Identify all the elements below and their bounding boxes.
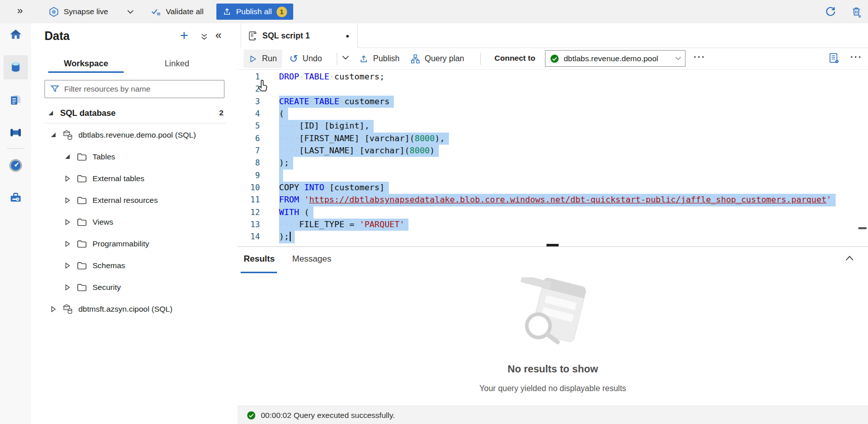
rail-item-develop[interactable] [4, 88, 28, 112]
publish-button[interactable]: Publish [359, 50, 399, 68]
expand-all-icon[interactable] [200, 33, 208, 41]
tree-node[interactable]: Tables [31, 146, 238, 167]
collapse-panel-button[interactable]: « [215, 29, 221, 42]
mode-selector[interactable]: Synapse live [49, 0, 134, 23]
publish-icon [222, 7, 232, 16]
line-number[interactable]: 1 [238, 71, 260, 83]
code-line[interactable]: 14); [238, 231, 868, 243]
code-line[interactable]: 4( [238, 108, 868, 120]
code-line[interactable]: 6····[FIRST_NAME]·[varchar](8000), [238, 133, 868, 145]
code-line[interactable]: 11FROM·'https://dbtlabsynapsedatalake.bl… [238, 194, 868, 206]
line-number[interactable]: 14 [238, 231, 260, 243]
folder-icon [76, 173, 87, 184]
top-command-bar: » Synapse live Validate all Publish all … [0, 0, 868, 24]
sql-editor-region: SQL script 1 ● Run ↺ Undo [238, 23, 868, 424]
rail-item-manage[interactable] [4, 186, 28, 210]
discard-all-icon[interactable] [850, 5, 863, 18]
undo-label: Undo [303, 54, 322, 63]
tree-node[interactable]: Programmability [31, 233, 238, 255]
code-line[interactable]: 9 [238, 169, 868, 182]
publish-count-badge: 1 [277, 7, 287, 17]
tree-node[interactable]: External resources [31, 189, 238, 211]
tree-node-label: Views [93, 218, 113, 227]
tree-node[interactable]: Views [31, 211, 238, 233]
toolbar-overflow-button[interactable]: ··· [694, 52, 706, 63]
validate-all-button[interactable]: Validate all [151, 0, 204, 23]
tree-node-label: Schemas [93, 261, 125, 270]
chevron-down-icon[interactable] [127, 10, 134, 14]
line-number[interactable]: 7 [238, 145, 260, 157]
tree-node[interactable]: External tables [31, 167, 238, 189]
code-line[interactable]: 5····[ID]·[bigint], [238, 120, 868, 132]
code-line[interactable]: 8); [238, 157, 868, 169]
query-plan-label: Query plan [425, 54, 464, 63]
expanded-twisty-icon[interactable] [48, 110, 57, 116]
code-line[interactable]: 2 [238, 83, 868, 95]
refresh-icon[interactable] [824, 5, 837, 18]
line-number[interactable]: 10 [238, 182, 260, 194]
tab-workspace[interactable]: Workspace [48, 55, 124, 73]
code-line[interactable]: 7····[LAST_NAME]·[varchar](8000) [238, 145, 868, 157]
overview-ruler-marker [858, 227, 866, 229]
code-line[interactable]: 13····FILE_TYPE·=·'PARQUET' [238, 219, 868, 231]
mouse-cursor [258, 79, 269, 92]
tree-node[interactable]: dbtmsft.azsyn.cipool (SQL) [31, 298, 238, 320]
tab-results[interactable]: Results [244, 254, 275, 264]
folder-icon [76, 282, 87, 293]
rail-item-data[interactable] [4, 55, 28, 79]
run-button[interactable]: Run [244, 50, 282, 68]
collapse-results-icon[interactable] [845, 256, 854, 261]
connect-to-dropdown[interactable]: dbtlabs.revenue.demo.pool [545, 50, 686, 67]
tab-linked[interactable]: Linked [142, 55, 212, 73]
tab-sql-script-1[interactable]: SQL script 1 ● [241, 23, 358, 48]
line-number[interactable]: 9 [238, 169, 260, 182]
run-icon [249, 55, 257, 63]
line-number[interactable]: 3 [238, 96, 260, 108]
line-number[interactable]: 8 [238, 157, 260, 169]
folder-icon [76, 195, 87, 206]
add-resource-button[interactable]: + [180, 28, 188, 43]
integrate-icon [9, 126, 23, 139]
tab-messages[interactable]: Messages [292, 254, 331, 264]
undo-button[interactable]: ↺ Undo [289, 50, 322, 68]
publish-icon [359, 54, 369, 64]
validate-all-label: Validate all [166, 7, 204, 16]
line-number[interactable]: 6 [238, 133, 260, 145]
folder-icon [76, 260, 87, 271]
expand-rail-icon[interactable]: » [17, 5, 23, 16]
no-results-illustration [507, 277, 598, 358]
line-number[interactable]: 2 [238, 83, 260, 95]
line-number[interactable]: 13 [238, 219, 260, 231]
sql-pool-icon [62, 130, 73, 141]
rail-item-home[interactable] [4, 23, 28, 47]
editor-toolbar: Run ↺ Undo Publish Query plan [238, 48, 868, 70]
code-editor[interactable]: 1DROP·TABLE·customers;23CREATE·TABLE·cus… [238, 69, 868, 248]
line-number[interactable]: 4 [238, 108, 260, 120]
tree-root-label: SQL database [60, 108, 116, 118]
rail-item-integrate[interactable] [4, 120, 28, 145]
code-line[interactable]: 10COPY·INTO·[customers] [238, 182, 868, 194]
tree-root-sql-database[interactable]: SQL database 2 [31, 103, 238, 122]
sql-pool-icon [62, 304, 73, 315]
line-number[interactable]: 5 [238, 120, 260, 132]
line-number[interactable]: 12 [238, 206, 260, 219]
toolbar-separator [337, 53, 337, 65]
publish-all-button[interactable]: Publish all 1 [216, 4, 293, 20]
results-body: No results to show Your query yielded no… [238, 273, 868, 406]
tree-node[interactable]: dbtlabs.revenue.demo.pool (SQL) [31, 124, 238, 146]
synapse-studio-window: » Synapse live Validate all Publish all … [0, 0, 868, 424]
filter-box [44, 80, 224, 98]
editor-overflow-button[interactable]: ··· [850, 52, 862, 63]
folder-icon [76, 151, 87, 162]
query-plan-button[interactable]: Query plan [410, 50, 464, 68]
line-number[interactable]: 11 [238, 194, 260, 206]
tree-node[interactable]: Security [31, 276, 238, 298]
filter-input[interactable] [44, 80, 224, 98]
undo-redo-chevron-icon[interactable] [342, 55, 349, 60]
code-line[interactable]: 3CREATE·TABLE·customers [238, 96, 868, 108]
properties-icon[interactable] [828, 52, 840, 64]
tree-node[interactable]: Schemas [31, 255, 238, 276]
rail-item-monitor[interactable] [4, 153, 28, 178]
code-line[interactable]: 1DROP·TABLE·customers; [238, 71, 868, 83]
code-line[interactable]: 12WITH·( [238, 206, 868, 219]
